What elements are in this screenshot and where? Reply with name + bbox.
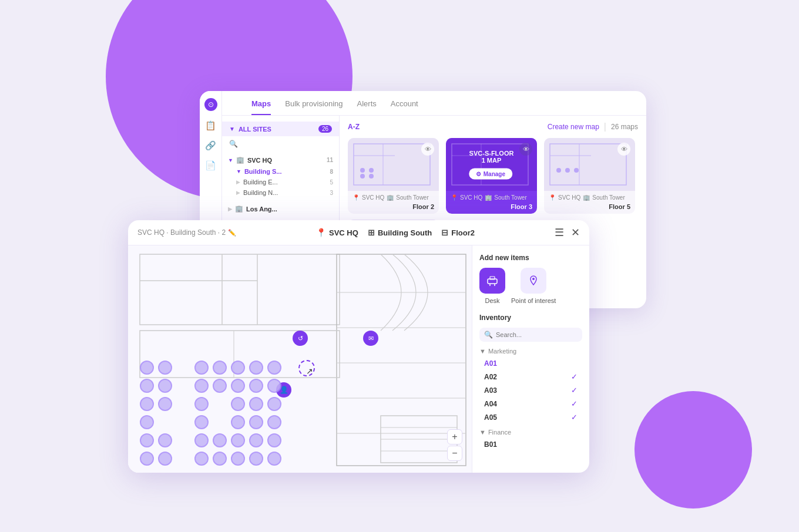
inv-item-a03[interactable]: A03 ✓ — [479, 383, 582, 397]
desk-circle[interactable] — [194, 397, 209, 411]
zoom-out-button[interactable]: − — [447, 446, 462, 461]
add-poi-button[interactable]: Point of interest — [511, 268, 556, 304]
desk-circle[interactable] — [194, 361, 209, 375]
desk-circle[interactable] — [213, 452, 227, 466]
map-card-floor2-img: 👁 — [348, 138, 439, 191]
desk-circle[interactable] — [158, 433, 172, 447]
breadcrumb: SVC HQ · Building South · 2 ✏️ — [137, 228, 236, 237]
desk-circle[interactable] — [231, 397, 245, 411]
canvas-icon-2[interactable]: ✉ — [363, 331, 378, 346]
add-desk-button[interactable]: Desk — [479, 268, 505, 304]
map-canvas[interactable]: ↺ ✉ 👤 ↗ — [128, 245, 472, 473]
desk-circle[interactable] — [213, 433, 227, 447]
desk-circle[interactable] — [267, 379, 281, 393]
desk-spacer — [176, 361, 192, 376]
desk-circle[interactable] — [249, 415, 263, 429]
desk-circle[interactable] — [249, 361, 263, 375]
inventory-group-marketing: ▼ Marketing A01 A02 ✓ A03 ✓ — [479, 348, 582, 424]
eye-off-icon-1[interactable]: 👁 — [421, 143, 434, 156]
breadcrumb-edit-icon[interactable]: ✏️ — [228, 229, 236, 237]
map-card-floor5[interactable]: 👁 📍SVC HQ 🏢South Tower Floor 5 — [544, 138, 635, 214]
desk-circle[interactable] — [194, 415, 209, 429]
right-panel: Add new items Desk — [472, 245, 589, 473]
desk-circle[interactable] — [194, 433, 209, 447]
desk-circle[interactable] — [267, 361, 281, 375]
manage-button[interactable]: ⚙ Manage — [469, 169, 512, 180]
desk-circle[interactable] — [249, 452, 263, 466]
tab-maps[interactable]: Maps — [251, 99, 271, 115]
sidebar-nav-icon[interactable]: 📋 — [205, 120, 216, 131]
inv-item-a04[interactable]: A04 ✓ — [479, 397, 582, 410]
desk-circle[interactable] — [231, 379, 245, 393]
eye-off-icon-2[interactable]: 👁 — [519, 143, 532, 156]
inv-item-a01[interactable]: A01 — [479, 357, 582, 370]
desk-circle[interactable] — [140, 397, 154, 411]
svg-point-5 — [360, 174, 365, 179]
building-e-count: 5 — [330, 179, 333, 186]
svchq-count: 11 — [327, 157, 333, 163]
desk-circle[interactable] — [267, 452, 281, 466]
tab-bulk[interactable]: Bulk provisioning — [285, 99, 343, 115]
map-card-floor3[interactable]: SVC-S-FLOOR 1 MAP ⚙ Manage 👁 📍SVC HQ 🏢So… — [446, 138, 537, 214]
a02-check: ✓ — [571, 372, 578, 381]
desk-circle[interactable] — [213, 361, 227, 375]
desk-spacer — [176, 397, 192, 412]
desk-circle[interactable] — [249, 379, 263, 393]
desk-circle[interactable] — [213, 379, 227, 393]
la-header[interactable]: ▶ 🏢 Los Ang... — [228, 203, 333, 215]
desk-circle[interactable] — [140, 452, 154, 466]
tab-account[interactable]: Account — [391, 99, 418, 115]
inv-item-a05[interactable]: A05 ✓ — [479, 410, 582, 424]
desk-circle[interactable] — [158, 452, 172, 466]
desk-circle[interactable] — [140, 415, 154, 429]
desk-circle[interactable] — [140, 433, 154, 447]
desk-circle[interactable] — [194, 379, 209, 393]
desk-circle[interactable] — [267, 433, 281, 447]
eye-off-icon-3[interactable]: 👁 — [617, 143, 630, 156]
sort-label[interactable]: A-Z — [348, 123, 360, 131]
desk-spacer — [158, 415, 173, 430]
desk-circle[interactable] — [140, 361, 154, 375]
sidebar-doc-icon[interactable]: 📄 — [205, 160, 216, 171]
create-new-map-link[interactable]: Create new map — [548, 123, 599, 131]
desk-circle[interactable] — [231, 415, 245, 429]
all-sites-label: ALL SITES — [239, 126, 315, 133]
desk-circle[interactable] — [158, 361, 172, 375]
list-view-button[interactable]: ☰ — [555, 226, 564, 239]
desk-circle[interactable] — [267, 397, 281, 411]
inventory-search[interactable]: 🔍 — [479, 328, 582, 342]
desk-circle[interactable] — [158, 397, 172, 411]
desk-circle[interactable] — [231, 361, 245, 375]
close-button[interactable]: ✕ — [571, 226, 580, 239]
desk-circle[interactable] — [140, 379, 154, 393]
desk-circle[interactable] — [249, 433, 263, 447]
card3-building: South Tower — [592, 194, 625, 201]
sidebar-link-icon[interactable]: 🔗 — [205, 140, 216, 151]
desk-circle[interactable] — [231, 433, 245, 447]
map-card-floor2[interactable]: 👁 📍SVC HQ 🏢South Tower Floor 2 — [348, 138, 439, 214]
sidebar-logo-icon[interactable]: ⊙ — [204, 98, 217, 111]
finance-header[interactable]: ▼ Finance — [479, 429, 582, 436]
location-floor: ⊟ Floor2 — [441, 228, 475, 237]
desk-circle[interactable] — [249, 397, 263, 411]
all-sites-row[interactable]: ▼ ALL SITES 26 — [222, 122, 339, 136]
svchq-header[interactable]: ▼ 🏢 SVC HQ 11 — [228, 154, 333, 166]
canvas-icon-1[interactable]: ↺ — [293, 331, 308, 346]
marketing-header[interactable]: ▼ Marketing — [479, 348, 582, 355]
desk-circle[interactable] — [158, 379, 172, 393]
desk-spacer — [213, 415, 228, 430]
inv-item-b01[interactable]: B01 — [479, 438, 582, 451]
inventory-search-input[interactable] — [496, 331, 578, 338]
desk-circle[interactable] — [194, 452, 209, 466]
desk-circle[interactable] — [267, 415, 281, 429]
site-item-building-n[interactable]: ▶ Building N... 3 — [228, 187, 333, 198]
inv-item-a02[interactable]: A02 ✓ — [479, 370, 582, 383]
site-item-building-e[interactable]: ▶ Building E... 5 — [228, 177, 333, 187]
top-nav: Maps Bulk provisioning Alerts Account — [222, 91, 646, 116]
site-item-buildings[interactable]: ▼ Building S... 8 — [228, 166, 333, 177]
tab-alerts[interactable]: Alerts — [357, 99, 377, 115]
building-s-count: 8 — [330, 169, 333, 175]
zoom-in-button[interactable]: + — [447, 429, 462, 445]
site-group-la: ▶ 🏢 Los Ang... — [222, 200, 339, 217]
desk-circle[interactable] — [231, 452, 245, 466]
